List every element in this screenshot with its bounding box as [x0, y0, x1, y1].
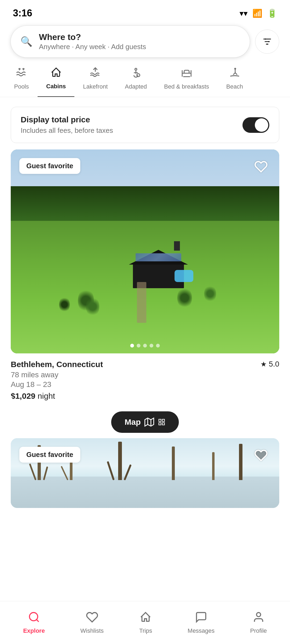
guest-favorite-badge-2: Guest favorite	[19, 447, 80, 463]
svg-marker-9	[145, 418, 154, 426]
price-toggle-subtitle: Includes all fees, before taxes	[21, 126, 113, 135]
wishlist-button[interactable]	[251, 157, 271, 176]
profile-icon	[252, 611, 265, 625]
wishlists-label: Wishlists	[80, 627, 104, 634]
svg-point-8	[235, 68, 236, 69]
filter-button[interactable]	[255, 30, 279, 54]
search-bar[interactable]: 🔍 Where to? Anywhere · Any week · Add gu…	[11, 26, 250, 57]
map-icon	[144, 417, 154, 427]
svg-point-16	[29, 613, 38, 621]
bed-breakfasts-icon	[181, 67, 193, 80]
sidebar-item-beach[interactable]: Beach	[218, 62, 252, 97]
messages-icon	[195, 611, 207, 625]
svg-rect-15	[162, 423, 164, 425]
trips-icon	[139, 611, 152, 625]
wifi-icon: ▾▾	[240, 9, 248, 18]
wishlists-icon	[86, 611, 98, 625]
pools-label: Pools	[14, 83, 29, 90]
wishlist-button-2[interactable]	[251, 446, 271, 465]
map-label: Map	[125, 418, 141, 427]
sidebar-item-lakefront[interactable]: Lakefront	[74, 62, 116, 97]
explore-label: Explore	[23, 627, 45, 634]
signal-icon: 📶	[252, 9, 262, 18]
image-dots	[130, 344, 160, 347]
dot-1	[130, 344, 134, 347]
adapted-icon	[130, 67, 142, 80]
svg-rect-14	[159, 423, 161, 425]
listing-image-partial: Guest favorite	[11, 438, 279, 508]
lakefront-label: Lakefront	[83, 83, 108, 90]
listing-dates: Aug 18 – 23	[11, 380, 279, 389]
dot-4	[150, 344, 153, 347]
beach-label: Beach	[226, 83, 243, 90]
category-tabs: Pools Cabins Lakefront	[0, 62, 290, 97]
status-time: 3:16	[13, 8, 32, 19]
messages-label: Messages	[188, 627, 215, 634]
price-toggle-switch[interactable]	[242, 117, 269, 133]
profile-label: Profile	[250, 627, 267, 634]
status-bar: 3:16 ▾▾ 📶 🔋	[0, 0, 290, 21]
sidebar-item-pools[interactable]: Pools	[5, 62, 38, 97]
rating-value: 5.0	[269, 360, 279, 368]
price-toggle-title: Display total price	[21, 115, 113, 124]
nav-item-profile[interactable]: Profile	[242, 607, 275, 639]
nav-item-wishlists[interactable]: Wishlists	[72, 607, 112, 639]
svg-rect-13	[162, 419, 164, 422]
search-sub-text: Anywhere · Any week · Add guests	[39, 43, 146, 51]
dot-3	[143, 344, 147, 347]
listing-card[interactable]: Guest favorite Bethlehem, Connecticut ★ …	[11, 149, 279, 401]
search-text-wrap: Where to? Anywhere · Any week · Add gues…	[39, 32, 146, 51]
status-icons: ▾▾ 📶 🔋	[240, 9, 277, 18]
sidebar-item-cabins[interactable]: Cabins	[38, 62, 74, 97]
svg-point-4	[268, 41, 270, 42]
listing-location: Bethlehem, Connecticut	[11, 360, 103, 369]
pools-icon	[16, 67, 27, 80]
svg-rect-12	[159, 419, 161, 422]
svg-point-5	[267, 43, 268, 45]
price-toggle-banner: Display total price Includes all fees, b…	[11, 107, 279, 143]
sidebar-item-adapted[interactable]: Adapted	[116, 62, 155, 97]
bottom-nav: Explore Wishlists Trips Messages	[0, 601, 290, 644]
map-btn-container: Map	[0, 411, 290, 433]
nav-item-explore[interactable]: Explore	[15, 607, 53, 639]
price-toggle-text: Display total price Includes all fees, b…	[21, 115, 113, 135]
search-bar-container: 🔍 Where to? Anywhere · Any week · Add gu…	[0, 21, 290, 62]
search-icon: 🔍	[20, 36, 32, 47]
star-icon: ★	[260, 360, 267, 368]
svg-point-7	[137, 74, 140, 77]
listing-price: $1,029 night	[11, 391, 279, 401]
explore-icon	[28, 611, 40, 625]
sidebar-item-bed-breakfasts[interactable]: Bed & breakfasts	[155, 62, 218, 97]
toggle-knob	[255, 118, 268, 132]
grid-icon	[158, 418, 165, 426]
svg-point-17	[256, 613, 260, 617]
map-button[interactable]: Map	[111, 411, 179, 433]
trips-label: Trips	[139, 627, 152, 634]
guest-favorite-badge: Guest favorite	[19, 158, 80, 174]
bed-breakfasts-label: Bed & breakfasts	[164, 83, 209, 90]
lakefront-icon	[89, 67, 101, 80]
search-main-text: Where to?	[39, 32, 146, 42]
price-unit: night	[38, 391, 55, 400]
cabins-icon	[50, 67, 62, 80]
dot-2	[137, 344, 140, 347]
battery-icon: 🔋	[267, 9, 277, 18]
nav-item-trips[interactable]: Trips	[131, 607, 160, 639]
cabins-label: Cabins	[46, 83, 66, 90]
price-amount: $1,029	[11, 391, 35, 400]
listing-card-partial[interactable]: Guest favorite	[11, 438, 279, 508]
listing-header: Bethlehem, Connecticut ★ 5.0	[11, 360, 279, 369]
listing-distance: 78 miles away	[11, 371, 279, 379]
beach-icon	[229, 67, 241, 80]
adapted-label: Adapted	[125, 83, 147, 90]
svg-point-3	[265, 38, 266, 40]
listing-info: Bethlehem, Connecticut ★ 5.0 78 miles aw…	[11, 353, 279, 401]
listing-image: Guest favorite	[11, 149, 279, 353]
svg-point-6	[135, 68, 137, 70]
nav-item-messages[interactable]: Messages	[180, 607, 223, 639]
dot-5	[156, 344, 160, 347]
listing-rating: ★ 5.0	[260, 360, 279, 368]
